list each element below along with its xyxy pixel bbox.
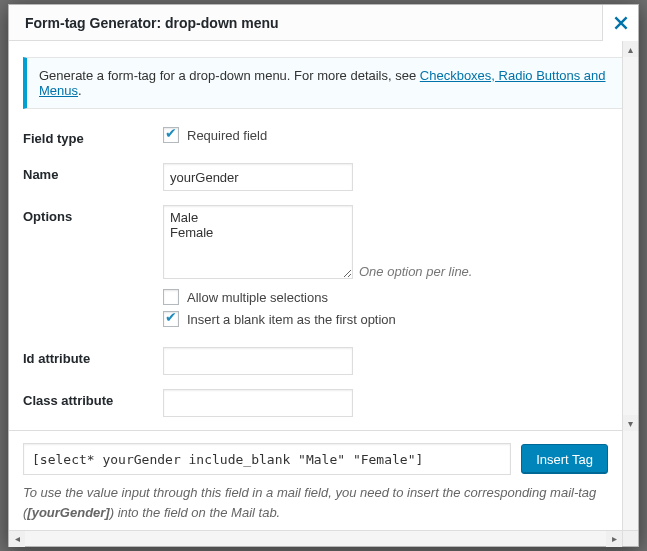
footer-note-mailtag: [yourGender]	[27, 505, 109, 520]
label-id-attr: Id attribute	[23, 347, 163, 366]
scroll-up-icon[interactable]: ▴	[623, 41, 638, 57]
row-name: Name	[23, 163, 624, 191]
required-field-checkbox-row[interactable]: Required field	[163, 127, 624, 143]
scroll-track-h[interactable]	[25, 531, 606, 546]
allow-multiple-row[interactable]: Allow multiple selections	[163, 289, 624, 305]
modal-dialog: Form-tag Generator: drop-down menu Gener…	[8, 4, 639, 547]
scroll-down-icon[interactable]: ▾	[623, 415, 638, 431]
allow-multiple-checkbox[interactable]	[163, 289, 179, 305]
modal-title: Form-tag Generator: drop-down menu	[9, 15, 295, 31]
scroll-right-icon[interactable]: ▸	[606, 531, 622, 547]
vertical-scrollbar[interactable]: ▴ ▾	[622, 41, 638, 431]
insert-blank-row[interactable]: Insert a blank item as the first option	[163, 311, 624, 327]
options-hint: One option per line.	[359, 264, 472, 279]
row-class-attr: Class attribute	[23, 389, 624, 417]
generated-tag-input[interactable]	[23, 443, 511, 475]
name-input[interactable]	[163, 163, 353, 191]
footer-note-post: ) into the field on the Mail tab.	[110, 505, 281, 520]
label-field-type: Field type	[23, 127, 163, 146]
id-attr-input[interactable]	[163, 347, 353, 375]
insert-tag-button[interactable]: Insert Tag	[521, 444, 608, 474]
info-notice: Generate a form-tag for a drop-down menu…	[23, 57, 624, 109]
required-label: Required field	[187, 128, 267, 143]
label-class-attr: Class attribute	[23, 389, 163, 408]
options-textarea[interactable]: Male Female	[163, 205, 353, 279]
allow-multiple-label: Allow multiple selections	[187, 290, 328, 305]
row-options: Options Male Female One option per line.…	[23, 205, 624, 333]
insert-blank-checkbox[interactable]	[163, 311, 179, 327]
modal-body: Generate a form-tag for a drop-down menu…	[9, 41, 638, 431]
row-field-type: Field type Required field	[23, 127, 624, 149]
notice-text-pre: Generate a form-tag for a drop-down menu…	[39, 68, 420, 83]
label-options: Options	[23, 205, 163, 224]
row-id-attr: Id attribute	[23, 347, 624, 375]
insert-blank-label: Insert a blank item as the first option	[187, 312, 396, 327]
close-icon	[613, 15, 629, 31]
modal-footer: Insert Tag To use the value input throug…	[9, 431, 622, 530]
scroll-track-v[interactable]	[623, 57, 638, 415]
scroll-left-icon[interactable]: ◂	[9, 531, 25, 547]
class-attr-input[interactable]	[163, 389, 353, 417]
titlebar: Form-tag Generator: drop-down menu	[9, 5, 638, 41]
label-name: Name	[23, 163, 163, 182]
footer-note: To use the value input through this fiel…	[23, 483, 608, 522]
required-checkbox[interactable]	[163, 127, 179, 143]
horizontal-scrollbar[interactable]: ◂ ▸	[9, 530, 622, 546]
scroll-corner	[622, 530, 638, 546]
notice-text-post: .	[78, 83, 82, 98]
close-button[interactable]	[602, 5, 638, 41]
